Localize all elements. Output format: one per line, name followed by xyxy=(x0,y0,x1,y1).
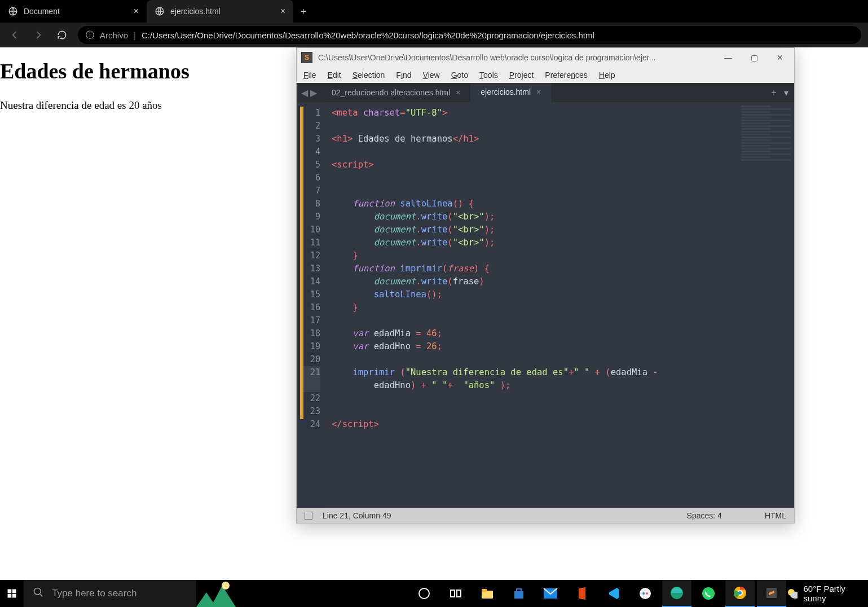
close-icon[interactable]: × xyxy=(456,88,460,97)
browser-toolbar: ⓘ Archivo | C:/Users/User/OneDrive/Docum… xyxy=(0,23,868,47)
browser-tabbar: Document × ejercicios.html × ＋ xyxy=(0,0,868,23)
taskbar-apps xyxy=(365,580,786,607)
menu-view[interactable]: View xyxy=(423,71,440,80)
weather-text: 60°F Partly sunny xyxy=(803,584,857,603)
sublime-app-icon: S xyxy=(301,52,312,63)
menu-selection[interactable]: Selection xyxy=(353,71,385,80)
svg-point-17 xyxy=(642,592,645,595)
menu-help[interactable]: Help xyxy=(599,71,615,80)
menu-find[interactable]: Find xyxy=(396,71,411,80)
edge-icon[interactable] xyxy=(662,580,691,607)
chrome-icon[interactable] xyxy=(725,580,755,607)
vscode-icon[interactable] xyxy=(599,580,628,607)
editor-tab-02reducioendo[interactable]: 02_reducioendo alteraciones.html × xyxy=(321,83,470,102)
globe-icon xyxy=(155,6,165,16)
menu-tools[interactable]: Tools xyxy=(479,71,498,80)
maximize-button[interactable]: ▢ xyxy=(749,53,759,62)
tab-next-icon[interactable]: ▶ xyxy=(310,87,317,98)
info-icon: ⓘ xyxy=(86,30,94,41)
sublime-window: S C:\Users\User\OneDrive\Documentos\Desa… xyxy=(296,47,795,524)
office-icon[interactable] xyxy=(567,580,597,607)
sublime-titlebar[interactable]: S C:\Users\User\OneDrive\Documentos\Desa… xyxy=(297,48,794,67)
forward-button[interactable] xyxy=(30,27,46,43)
menu-project[interactable]: Project xyxy=(509,71,534,80)
sublime-statusbar: Line 21, Column 49 Spaces: 4 HTML xyxy=(297,508,794,523)
taskview-icon[interactable] xyxy=(441,580,470,607)
svg-rect-14 xyxy=(517,589,521,592)
svg-rect-11 xyxy=(482,591,493,599)
taskbar-search[interactable]: Type here to search xyxy=(24,580,196,607)
new-tab-icon[interactable]: ＋ xyxy=(769,87,778,99)
reload-button[interactable] xyxy=(54,27,70,43)
mail-icon[interactable] xyxy=(536,580,565,607)
close-icon[interactable]: × xyxy=(280,7,285,16)
search-icon xyxy=(33,587,44,601)
svg-point-6 xyxy=(34,588,41,595)
sublime-title: C:\Users\User\OneDrive\Documentos\Desarr… xyxy=(318,53,717,62)
store-icon[interactable] xyxy=(504,580,534,607)
svg-point-16 xyxy=(640,588,651,599)
tab-prev-icon[interactable]: ◀ xyxy=(301,87,308,98)
panel-toggle-icon[interactable] xyxy=(305,512,312,520)
menu-goto[interactable]: Goto xyxy=(451,71,468,80)
back-button[interactable] xyxy=(7,27,23,43)
status-cursor[interactable]: Line 21, Column 49 xyxy=(323,511,391,520)
svg-rect-4 xyxy=(8,594,12,598)
sublime-menubar: File Edit Selection Find View Goto Tools… xyxy=(297,67,794,83)
start-button[interactable] xyxy=(0,588,24,599)
cortana-icon[interactable] xyxy=(409,580,439,607)
editor-tab-ejercicios[interactable]: ejercicios.html × xyxy=(470,83,551,102)
svg-rect-5 xyxy=(12,594,16,598)
svg-rect-9 xyxy=(451,590,455,597)
editor-code[interactable]: <meta charset="UTF-8"> <h1> Edades de he… xyxy=(325,102,738,508)
sublime-taskbar-icon[interactable] xyxy=(757,580,786,607)
status-indent[interactable]: Spaces: 4 xyxy=(687,511,722,520)
minimap[interactable] xyxy=(738,102,794,508)
menu-preferences[interactable]: Preferences xyxy=(545,71,588,80)
sublime-tabrow: ◀ ▶ 02_reducioendo alteraciones.html × e… xyxy=(297,83,794,102)
url-path: C:/Users/User/OneDrive/Documentos/Desarr… xyxy=(142,30,594,40)
svg-rect-2 xyxy=(8,590,12,593)
browser-tab-document[interactable]: Document × xyxy=(0,0,147,23)
taskbar-search-placeholder: Type here to search xyxy=(52,588,136,599)
svg-rect-3 xyxy=(12,590,16,593)
close-icon[interactable]: × xyxy=(134,7,139,16)
taskbar-weather[interactable]: 60°F Partly sunny xyxy=(786,584,868,603)
copilot-icon[interactable] xyxy=(631,580,660,607)
whatsapp-icon[interactable] xyxy=(694,580,723,607)
menu-file[interactable]: File xyxy=(303,71,316,80)
svg-point-8 xyxy=(419,588,429,599)
menu-edit[interactable]: Edit xyxy=(328,71,341,80)
minimize-button[interactable]: — xyxy=(723,53,733,62)
weather-icon xyxy=(786,587,798,600)
editor-tab-label: 02_reducioendo alteraciones.html xyxy=(332,88,450,97)
svg-rect-10 xyxy=(457,590,461,597)
svg-point-18 xyxy=(646,592,648,595)
globe-icon xyxy=(8,6,18,16)
browser-tab-label: Document xyxy=(24,7,60,16)
close-window-button[interactable]: ✕ xyxy=(775,53,785,62)
browser-tab-label: ejercicios.html xyxy=(170,7,221,16)
tab-menu-icon[interactable]: ▾ xyxy=(784,87,788,98)
line-number-gutter: 123456789 1011121314151617 18192021 2223… xyxy=(297,102,325,508)
explorer-icon[interactable] xyxy=(473,580,502,607)
url-protocol: Archivo xyxy=(100,30,128,40)
close-icon[interactable]: × xyxy=(536,87,541,96)
editor-body: 123456789 1011121314151617 18192021 2223… xyxy=(297,102,794,508)
status-syntax[interactable]: HTML xyxy=(765,511,786,520)
address-bar[interactable]: ⓘ Archivo | C:/Users/User/OneDrive/Docum… xyxy=(78,26,861,44)
svg-point-7 xyxy=(222,582,230,590)
new-tab-button[interactable]: ＋ xyxy=(293,0,314,23)
editor-tab-label: ejercicios.html xyxy=(481,87,531,96)
browser-tab-ejercicios[interactable]: ejercicios.html × xyxy=(147,0,293,23)
windows-taskbar: Type here to search 60°F Partly sunny xyxy=(0,580,868,607)
svg-rect-12 xyxy=(482,589,487,592)
svg-point-20 xyxy=(702,587,715,600)
